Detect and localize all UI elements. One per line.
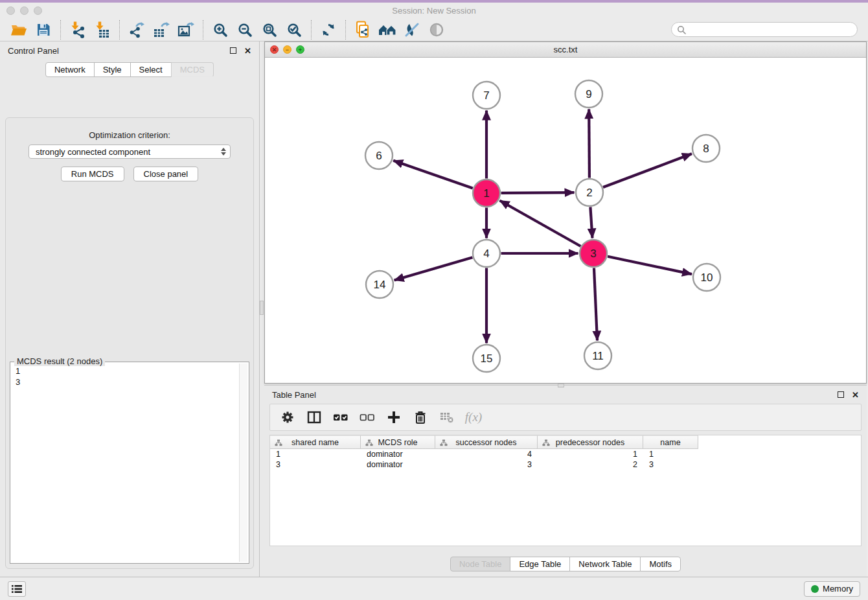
fx-icon: f(x) xyxy=(465,410,482,424)
app-titlebar: Session: New Session xyxy=(0,3,868,18)
svg-text:4: 4 xyxy=(483,248,489,260)
cp-tab-style[interactable]: Style xyxy=(94,62,131,77)
status-bar: Memory xyxy=(0,577,868,600)
graph-node-10[interactable]: 10 xyxy=(693,264,720,291)
graph-edge-1-2[interactable] xyxy=(501,192,575,193)
zoom-fit-button[interactable] xyxy=(257,19,282,40)
clone-network-button[interactable] xyxy=(350,19,375,40)
open-session-button[interactable] xyxy=(6,19,31,40)
float-panel-icon[interactable] xyxy=(230,47,236,54)
graph-node-14[interactable]: 14 xyxy=(366,271,393,298)
toolbar-separator xyxy=(345,20,346,40)
graph-node-3[interactable]: 3 xyxy=(580,240,607,267)
close-table-panel-icon[interactable]: ✕ xyxy=(852,391,859,399)
table-tab-network-table[interactable]: Network Table xyxy=(569,557,641,571)
graph-edge-2-9[interactable] xyxy=(589,110,589,178)
refresh-button[interactable] xyxy=(316,19,341,40)
task-history-button[interactable] xyxy=(8,581,26,597)
export-network-button[interactable] xyxy=(124,19,149,40)
table-tab-motifs[interactable]: Motifs xyxy=(640,557,681,571)
graph-edge-3-1[interactable] xyxy=(500,201,581,247)
column-header-name[interactable]: name xyxy=(643,435,698,449)
graph-edge-3-11[interactable] xyxy=(594,268,597,341)
delete-table-button[interactable] xyxy=(439,409,455,426)
zoom-out-icon xyxy=(237,22,253,38)
graph-node-11[interactable]: 11 xyxy=(584,342,611,369)
memory-button[interactable]: Memory xyxy=(804,581,860,597)
close-panel-button[interactable]: Close panel xyxy=(133,167,199,181)
criterion-select[interactable]: strongly connected component xyxy=(29,144,231,159)
zoom-fit-icon xyxy=(262,22,277,38)
graph-edge-1-6[interactable] xyxy=(393,161,473,189)
run-mcds-button[interactable]: Run MCDS xyxy=(61,167,124,181)
graph-node-1[interactable]: 1 xyxy=(473,179,500,207)
trash-icon xyxy=(413,410,428,424)
graph-node-8[interactable]: 8 xyxy=(692,135,720,162)
splitter-grip[interactable] xyxy=(260,301,264,315)
delete-table-icon xyxy=(440,411,454,424)
horizontal-splitter-grip[interactable] xyxy=(558,384,564,387)
graph-edge-2-3[interactable] xyxy=(590,207,592,238)
svg-text:2: 2 xyxy=(586,187,592,199)
zoom-in-button[interactable] xyxy=(208,19,233,40)
cp-tab-network[interactable]: Network xyxy=(45,62,95,77)
float-table-panel-icon[interactable] xyxy=(838,391,844,398)
show-columns-button[interactable] xyxy=(306,409,323,426)
network-canvas[interactable]: 7968124314101511 xyxy=(265,58,866,383)
column-header-shared-name[interactable]: shared name xyxy=(270,435,361,449)
cp-tab-select[interactable]: Select xyxy=(130,62,172,77)
export-image-button[interactable] xyxy=(174,19,198,40)
control-panel-header: Control Panel ✕ xyxy=(0,41,259,60)
houses-button[interactable] xyxy=(375,19,400,40)
function-builder-button[interactable]: f(x) xyxy=(465,409,482,426)
svg-text:6: 6 xyxy=(376,150,382,162)
application-window: Session: New Session xyxy=(0,0,868,600)
table-cell: 1 xyxy=(643,450,698,459)
table-row[interactable]: 1dominator411 xyxy=(270,449,861,459)
graph-node-6[interactable]: 6 xyxy=(365,142,393,169)
graph-edge-4-14[interactable] xyxy=(394,257,473,280)
close-panel-icon[interactable]: ✕ xyxy=(244,47,251,55)
deselect-all-button[interactable] xyxy=(359,409,376,426)
graph-node-2[interactable]: 2 xyxy=(576,179,603,206)
cp-tab-mcds[interactable]: MCDS xyxy=(171,62,214,77)
table-tab-edge-table[interactable]: Edge Table xyxy=(510,557,570,571)
svg-text:15: 15 xyxy=(481,352,493,365)
vertical-splitter[interactable] xyxy=(260,41,264,577)
select-all-button[interactable] xyxy=(332,409,349,426)
graph-node-4[interactable]: 4 xyxy=(473,240,500,267)
delete-column-button[interactable] xyxy=(412,409,429,426)
save-session-button[interactable] xyxy=(31,19,56,40)
graph-edge-3-10[interactable] xyxy=(608,257,692,274)
style-slash-button[interactable] xyxy=(400,19,424,40)
control-panel-title: Control Panel xyxy=(8,46,230,56)
gear-icon xyxy=(280,410,295,424)
table-cell: 4 xyxy=(435,450,538,459)
table-panel-header: Table Panel ✕ xyxy=(264,386,867,404)
toolbar-separator xyxy=(311,20,312,40)
export-table-button[interactable] xyxy=(149,19,174,40)
contrast-button[interactable] xyxy=(424,19,449,40)
table-settings-button[interactable] xyxy=(279,409,296,426)
column-header-MCDS-role[interactable]: MCDS role xyxy=(361,435,435,449)
import-network-button[interactable] xyxy=(65,19,90,40)
import-table-button[interactable] xyxy=(90,19,115,40)
network-view-window: ✕ − + scc.txt 7968124314101511 xyxy=(264,41,867,384)
toolbar-separator xyxy=(203,20,203,40)
network-canvas-svg: 7968124314101511 xyxy=(265,58,866,383)
table-row[interactable]: 3dominator323 xyxy=(270,459,861,470)
graph-edge-2-8[interactable] xyxy=(603,154,692,187)
search-input[interactable] xyxy=(686,25,852,34)
result-scrollbar[interactable] xyxy=(239,363,247,562)
table-tab-node-table[interactable]: Node Table xyxy=(450,557,511,571)
graph-node-15[interactable]: 15 xyxy=(473,345,500,372)
svg-text:8: 8 xyxy=(703,143,709,155)
graph-node-7[interactable]: 7 xyxy=(473,82,500,109)
add-column-button[interactable] xyxy=(385,409,402,426)
graph-node-9[interactable]: 9 xyxy=(575,80,602,108)
table-cell: 1 xyxy=(270,450,361,459)
zoom-out-button[interactable] xyxy=(233,19,257,40)
column-header-predecessor-nodes[interactable]: predecessor nodes xyxy=(538,435,643,449)
zoom-selected-button[interactable] xyxy=(282,19,306,40)
column-header-successor-nodes[interactable]: successor nodes xyxy=(435,435,538,449)
